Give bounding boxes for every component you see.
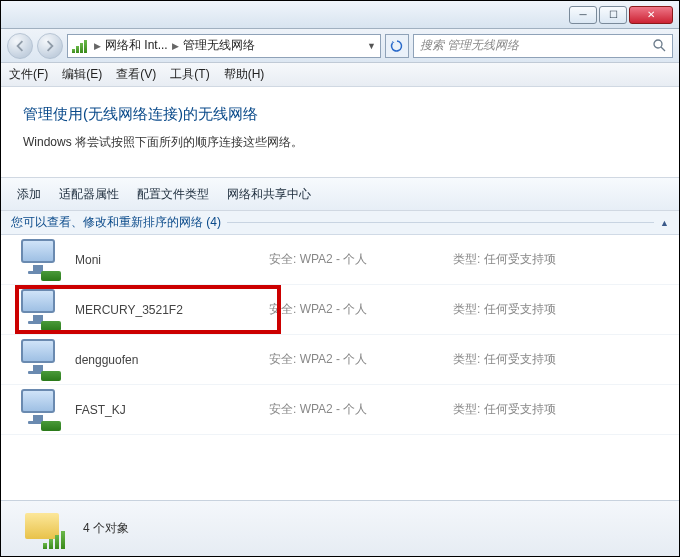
network-icon — [19, 289, 61, 331]
group-header[interactable]: 您可以查看、修改和重新排序的网络 (4) ▲ — [1, 211, 679, 235]
menu-edit[interactable]: 编辑(E) — [62, 66, 102, 83]
svg-point-0 — [654, 40, 662, 48]
network-security: 安全: WPA2 - 个人 — [269, 301, 439, 318]
network-item[interactable]: MERCURY_3521F2安全: WPA2 - 个人类型: 任何受支持项 — [1, 285, 679, 335]
signal-icon — [72, 39, 90, 53]
arrow-right-icon — [44, 40, 56, 52]
minimize-button[interactable]: ─ — [569, 6, 597, 24]
refresh-icon — [390, 39, 404, 53]
network-type: 类型: 任何受支持项 — [453, 301, 556, 318]
status-folder-icon — [25, 509, 65, 549]
back-button[interactable] — [7, 33, 33, 59]
network-type: 类型: 任何受支持项 — [453, 351, 556, 368]
search-placeholder: 搜索 管理无线网络 — [420, 37, 519, 54]
search-icon — [653, 39, 666, 52]
network-icon — [19, 239, 61, 281]
network-security: 安全: WPA2 - 个人 — [269, 251, 439, 268]
page-description: Windows 将尝试按照下面所列的顺序连接这些网络。 — [23, 134, 657, 151]
network-security: 安全: WPA2 - 个人 — [269, 351, 439, 368]
network-security: 安全: WPA2 - 个人 — [269, 401, 439, 418]
forward-button[interactable] — [37, 33, 63, 59]
status-count: 4 个对象 — [83, 520, 129, 537]
network-name: MERCURY_3521F2 — [75, 303, 255, 317]
divider — [227, 222, 654, 223]
command-toolbar: 添加 适配器属性 配置文件类型 网络和共享中心 — [1, 177, 679, 211]
page-title: 管理使用(无线网络连接)的无线网络 — [23, 105, 657, 124]
breadcrumb-manage-wireless[interactable]: 管理无线网络 — [183, 37, 255, 54]
chevron-up-icon: ▲ — [660, 218, 669, 228]
svg-line-1 — [661, 47, 665, 51]
network-item[interactable]: Moni安全: WPA2 - 个人类型: 任何受支持项 — [1, 235, 679, 285]
network-item[interactable]: FAST_KJ安全: WPA2 - 个人类型: 任何受支持项 — [1, 385, 679, 435]
breadcrumb-network[interactable]: 网络和 Int... — [105, 37, 168, 54]
chevron-right-icon: ▶ — [94, 41, 101, 51]
arrow-left-icon — [14, 40, 26, 52]
search-input[interactable]: 搜索 管理无线网络 — [413, 34, 673, 58]
toolbar-profile-type[interactable]: 配置文件类型 — [137, 186, 209, 203]
group-header-label: 您可以查看、修改和重新排序的网络 (4) — [11, 214, 221, 231]
network-icon — [19, 389, 61, 431]
menu-help[interactable]: 帮助(H) — [224, 66, 265, 83]
menu-bar: 文件(F) 编辑(E) 查看(V) 工具(T) 帮助(H) — [1, 63, 679, 87]
menu-file[interactable]: 文件(F) — [9, 66, 48, 83]
content-header: 管理使用(无线网络连接)的无线网络 Windows 将尝试按照下面所列的顺序连接… — [1, 87, 679, 177]
address-bar[interactable]: ▶ 网络和 Int... ▶ 管理无线网络 ▼ — [67, 34, 381, 58]
refresh-button[interactable] — [385, 34, 409, 58]
toolbar-network-center[interactable]: 网络和共享中心 — [227, 186, 311, 203]
address-dropdown-icon[interactable]: ▼ — [367, 41, 376, 51]
address-bar-row: ▶ 网络和 Int... ▶ 管理无线网络 ▼ 搜索 管理无线网络 — [1, 29, 679, 63]
chevron-right-icon: ▶ — [172, 41, 179, 51]
network-icon — [19, 339, 61, 381]
status-bar: 4 个对象 — [1, 500, 679, 556]
close-button[interactable]: ✕ — [629, 6, 673, 24]
toolbar-adapter-properties[interactable]: 适配器属性 — [59, 186, 119, 203]
menu-view[interactable]: 查看(V) — [116, 66, 156, 83]
network-item[interactable]: dengguofen安全: WPA2 - 个人类型: 任何受支持项 — [1, 335, 679, 385]
network-type: 类型: 任何受支持项 — [453, 401, 556, 418]
maximize-button[interactable]: ☐ — [599, 6, 627, 24]
network-list: Moni安全: WPA2 - 个人类型: 任何受支持项MERCURY_3521F… — [1, 235, 679, 435]
window-titlebar: ─ ☐ ✕ — [1, 1, 679, 29]
network-name: Moni — [75, 253, 255, 267]
network-name: dengguofen — [75, 353, 255, 367]
network-type: 类型: 任何受支持项 — [453, 251, 556, 268]
network-name: FAST_KJ — [75, 403, 255, 417]
menu-tools[interactable]: 工具(T) — [170, 66, 209, 83]
toolbar-add[interactable]: 添加 — [17, 186, 41, 203]
